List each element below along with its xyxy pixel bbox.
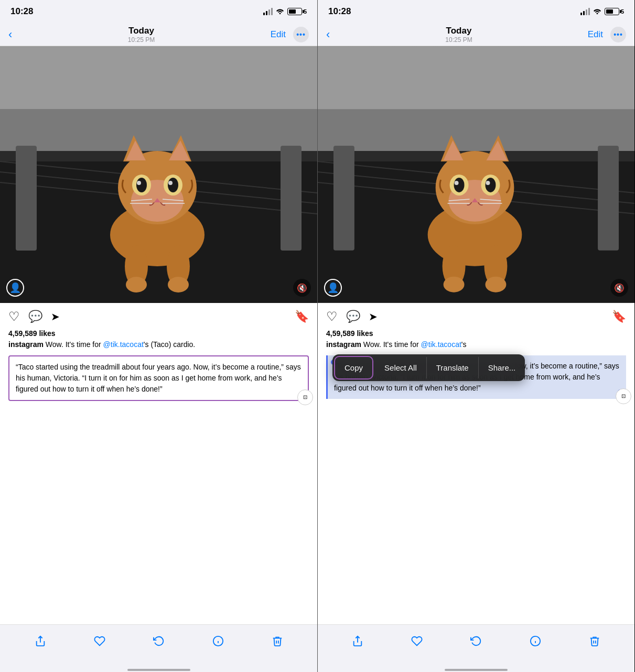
right-edit-button[interactable]: Edit [588, 29, 603, 40]
right-status-time: 10:28 [328, 6, 351, 17]
svg-rect-42 [333, 146, 354, 251]
left-video-area: 👤 🔇 [0, 46, 317, 303]
left-status-icons: 5 [263, 8, 307, 16]
right-live-text-icon: ⊡ [621, 392, 626, 400]
svg-point-53 [454, 178, 465, 192]
right-toolbar-share[interactable] [352, 635, 363, 647]
left-caption-mention[interactable]: @tik.tacocat [103, 340, 144, 349]
svg-rect-43 [598, 146, 619, 251]
context-menu-translate[interactable]: Translate [427, 357, 479, 378]
svg-point-54 [485, 178, 496, 192]
left-action-left: ♡ 💬 ➤ [8, 309, 60, 324]
left-caption-username: instagram [8, 340, 44, 349]
left-nav-subtitle: 10:25 PM [12, 36, 270, 44]
right-action-left: ♡ 💬 ➤ [326, 309, 378, 324]
right-post-content: ♡ 💬 ➤ 🔖 4,59,589 likes instagram Wow. It… [318, 303, 634, 624]
context-menu-select-all[interactable]: Select All [375, 357, 427, 378]
right-mute-icon: 🔇 [614, 283, 625, 293]
right-home-indicator [318, 668, 634, 672]
right-caption-mention[interactable]: @tik.tacocat [421, 340, 461, 349]
context-menu-copy[interactable]: Copy [334, 356, 373, 380]
left-nav-bar: ‹ Today 10:25 PM Edit ••• [0, 23, 317, 46]
right-mute-button[interactable]: 🔇 [610, 279, 628, 297]
svg-rect-7 [16, 146, 37, 251]
right-nav-left: ‹ [326, 29, 330, 40]
left-mute-button[interactable]: 🔇 [293, 279, 311, 297]
left-signal-icon [263, 8, 273, 15]
right-comment-icon[interactable]: 💬 [346, 310, 360, 323]
left-bookmark-icon[interactable]: 🔖 [295, 310, 309, 323]
left-avatar-icon: 👤 [9, 282, 21, 294]
right-heart-icon[interactable]: ♡ [326, 309, 338, 324]
right-video-area: 👤 🔇 [318, 46, 634, 303]
right-toolbar-info[interactable] [530, 635, 541, 647]
left-toolbar-rewind[interactable] [153, 635, 165, 647]
right-status-icons: 5 [580, 8, 624, 16]
right-toolbar-trash[interactable] [589, 635, 600, 647]
context-menu-share[interactable]: Share... [479, 357, 525, 378]
left-quote-content: “Taco started using the treadmill about … [16, 363, 301, 393]
right-share-icon[interactable]: ➤ [369, 310, 378, 323]
left-home-indicator [0, 668, 317, 672]
left-share-icon[interactable]: ➤ [51, 310, 60, 323]
left-toolbar-share[interactable] [35, 635, 46, 647]
left-back-icon[interactable]: ‹ [8, 29, 12, 40]
right-video-overlay: 👤 🔇 [324, 279, 628, 297]
left-action-bar: ♡ 💬 ➤ 🔖 [8, 309, 309, 324]
left-likes-count: 4,59,589 likes [8, 329, 309, 338]
right-action-bar: ♡ 💬 ➤ 🔖 [326, 309, 626, 324]
right-back-icon[interactable]: ‹ [326, 29, 330, 40]
left-video-overlay: 👤 🔇 [6, 279, 311, 297]
svg-rect-8 [281, 146, 302, 251]
right-live-text-button[interactable]: ⊡ [616, 388, 631, 404]
right-nav-bar: ‹ Today 10:25 PM Edit ••• [318, 23, 634, 46]
left-status-time: 10:28 [10, 6, 33, 17]
right-phone-panel: 10:28 5 ‹ Today 10:25 PM Edit ••• [317, 0, 634, 672]
right-nav-right: Edit ••• [588, 27, 626, 42]
context-menu[interactable]: Copy Select All Translate Share... [332, 354, 525, 381]
right-user-avatar[interactable]: 👤 [324, 279, 342, 297]
left-caption-end: 's (Taco) cardio. [144, 340, 195, 349]
left-status-bar: 10:28 5 [0, 0, 317, 23]
left-nav-title: Today [12, 26, 270, 36]
left-user-avatar[interactable]: 👤 [6, 279, 24, 297]
right-more-icon: ••• [614, 30, 623, 39]
svg-rect-1 [0, 46, 317, 109]
right-nav-title-group: Today 10:25 PM [330, 26, 587, 44]
right-caption-username: instagram [326, 340, 361, 349]
right-toolbar-rewind[interactable] [470, 635, 482, 647]
right-likes-count: 4,59,589 likes [326, 329, 626, 338]
svg-point-55 [455, 181, 459, 185]
left-quoted-text[interactable]: “Taco started using the treadmill about … [8, 355, 309, 401]
right-nav-title: Today [330, 26, 587, 36]
left-caption-text: Wow. It's time for [44, 340, 103, 349]
left-more-button[interactable]: ••• [293, 27, 309, 42]
right-status-bar: 10:28 5 [318, 0, 634, 23]
right-toolbar-heart[interactable] [411, 635, 423, 647]
svg-point-21 [168, 181, 173, 185]
right-battery-icon: 5 [605, 8, 624, 15]
left-edit-button[interactable]: Edit [271, 29, 286, 40]
right-wifi-icon [593, 8, 601, 16]
left-phone-panel: 10:28 5 ‹ Today 10:25 PM Edit ••• [0, 0, 317, 672]
right-nav-subtitle: 10:25 PM [330, 36, 587, 44]
svg-point-18 [136, 178, 147, 192]
left-live-text-button[interactable]: ⊡ [297, 389, 313, 405]
left-nav-title-group: Today 10:25 PM [12, 26, 270, 44]
right-caption-end: 's [461, 340, 467, 349]
left-heart-icon[interactable]: ♡ [8, 309, 20, 324]
left-bottom-toolbar [0, 624, 317, 668]
left-toolbar-heart[interactable] [94, 635, 105, 647]
left-battery-icon: 5 [287, 8, 307, 15]
right-context-wrapper: Copy Select All Translate Share... “Taco… [326, 355, 626, 399]
right-more-button[interactable]: ••• [610, 27, 626, 42]
left-toolbar-trash[interactable] [272, 635, 283, 647]
right-bookmark-icon[interactable]: 🔖 [612, 310, 626, 323]
svg-point-19 [168, 178, 178, 192]
right-home-bar [445, 669, 508, 671]
right-caption: instagram Wow. It's time for @tik.tacoca… [326, 340, 626, 350]
left-comment-icon[interactable]: 💬 [28, 310, 42, 323]
left-home-bar [127, 669, 190, 671]
left-toolbar-info[interactable] [212, 635, 224, 647]
left-mute-icon: 🔇 [297, 283, 307, 293]
